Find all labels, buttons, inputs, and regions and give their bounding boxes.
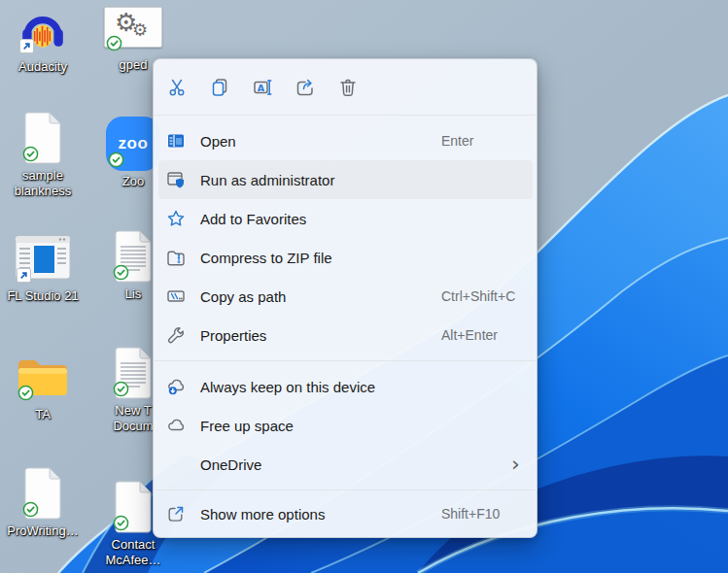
desktop-icon-sample-blankness[interactable]: sampleblankness <box>0 111 86 199</box>
synced-check-badge <box>22 146 39 166</box>
synced-check-badge <box>113 264 129 285</box>
menu-item-free-up-space[interactable]: Free up space <box>158 406 533 445</box>
desktop-icon-ta-folder[interactable]: TA <box>0 350 86 422</box>
menu-item-add-to-favorites[interactable]: Add to Favorites <box>158 199 533 238</box>
icon-label: ProWriting… <box>7 523 78 539</box>
svg-text:A: A <box>258 82 265 92</box>
shortcut-hint: Alt+Enter <box>441 327 498 343</box>
wrench-icon <box>166 325 186 345</box>
admin-shield-icon <box>166 170 186 189</box>
expand-icon <box>166 504 186 523</box>
copy-path-icon <box>166 286 186 306</box>
zip-folder-icon <box>166 248 186 267</box>
text-document-icon <box>111 229 156 284</box>
desktop-icon-audacity[interactable]: Audacity <box>0 2 86 75</box>
folder-icon <box>16 350 70 404</box>
empty-icon-slot <box>166 455 186 474</box>
menu-group-main: Open Enter Run as administrator <box>154 116 537 360</box>
icon-label: Audacity <box>18 59 67 75</box>
context-menu-toolbar: A <box>154 59 537 115</box>
cut-button[interactable] <box>156 68 198 107</box>
icon-label: Zoo <box>122 174 144 189</box>
synced-check-badge <box>113 515 129 535</box>
desktop-icon-prowriting[interactable]: ProWriting… <box>0 466 86 539</box>
menu-item-show-more-options[interactable]: Show more options Shift+F10 <box>158 494 533 533</box>
delete-icon <box>337 77 359 98</box>
desktop: Audacity ⚙ ⚙ gped sampleblankness <box>0 0 728 573</box>
shortcut-arrow-badge <box>17 268 31 286</box>
icon-label: TA <box>35 407 51 422</box>
menu-item-run-as-administrator[interactable]: Run as administrator <box>158 160 533 199</box>
rename-button[interactable]: A <box>241 68 284 107</box>
menu-item-copy-as-path[interactable]: Copy as path Ctrl+Shift+C <box>158 277 533 316</box>
delete-button[interactable] <box>327 68 369 107</box>
menu-item-onedrive[interactable]: OneDrive › <box>158 445 533 484</box>
shortcut-arrow-badge <box>19 39 34 57</box>
gpedit-icon: ⚙ ⚙ <box>104 0 162 54</box>
shortcut-hint: Enter <box>441 133 473 149</box>
shortcut-hint: Shift+F10 <box>441 506 500 522</box>
copy-icon <box>209 77 230 98</box>
blank-document-icon <box>111 480 156 534</box>
open-icon <box>166 131 186 151</box>
share-icon <box>295 77 316 98</box>
text-document-icon <box>111 346 156 400</box>
synced-check-badge <box>17 385 34 405</box>
share-button[interactable] <box>284 68 327 107</box>
star-icon <box>166 209 186 228</box>
synced-check-badge <box>22 501 39 522</box>
shortcut-hint: Ctrl+Shift+C <box>441 288 515 304</box>
blank-document-icon <box>20 466 65 521</box>
menu-item-always-keep-on-device[interactable]: Always keep on this device <box>158 367 533 406</box>
synced-check-badge <box>108 152 124 172</box>
cut-icon <box>166 77 188 98</box>
gear-icon: ⚙ <box>132 21 148 39</box>
icon-label: ContactMcAfee… <box>105 537 160 568</box>
synced-check-badge <box>113 381 129 401</box>
chevron-right-icon: › <box>511 454 520 475</box>
copy-button[interactable] <box>198 68 241 107</box>
cloud-download-icon <box>166 377 186 396</box>
icon-label: FL Studio 21 <box>7 288 78 304</box>
menu-group-more: Show more options Shift+F10 <box>154 490 537 537</box>
context-menu: A <box>153 58 537 538</box>
synced-check-badge <box>106 35 122 55</box>
fl-studio-icon <box>15 231 71 286</box>
audacity-icon <box>17 2 68 56</box>
cloud-icon <box>166 416 186 435</box>
icon-label: gped <box>120 57 148 73</box>
icon-label: New TDocum <box>113 403 153 434</box>
menu-group-onedrive: Always keep on this device Free up space… <box>154 361 537 489</box>
menu-item-open[interactable]: Open Enter <box>158 121 533 160</box>
rename-icon: A <box>252 77 273 98</box>
icon-label: Lis <box>125 286 142 302</box>
menu-item-compress-to-zip[interactable]: Compress to ZIP file <box>158 238 533 277</box>
icon-label: sampleblankness <box>15 168 72 199</box>
menu-item-properties[interactable]: Properties Alt+Enter <box>158 316 533 354</box>
blank-document-icon <box>20 111 65 165</box>
desktop-icon-fl-studio[interactable]: FL Studio 21 <box>0 231 86 304</box>
